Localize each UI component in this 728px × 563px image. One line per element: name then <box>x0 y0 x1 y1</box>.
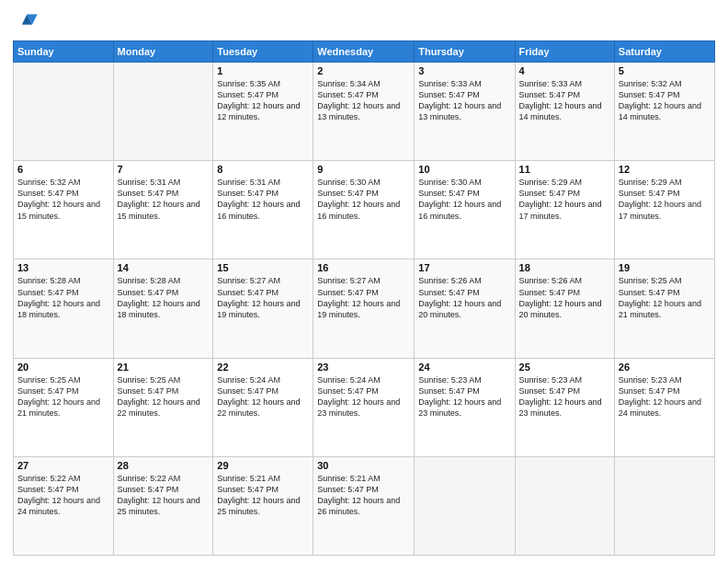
calendar-cell: 11Sunrise: 5:29 AMSunset: 5:47 PMDayligh… <box>515 161 614 259</box>
cell-day-number: 20 <box>17 362 109 373</box>
calendar-cell: 18Sunrise: 5:26 AMSunset: 5:47 PMDayligh… <box>515 259 614 358</box>
cell-day-number: 7 <box>118 164 210 175</box>
cell-info: Sunrise: 5:32 AMSunset: 5:47 PMDaylight:… <box>17 177 109 222</box>
calendar-cell: 30Sunrise: 5:21 AMSunset: 5:47 PMDayligh… <box>313 456 415 555</box>
cell-info: Sunrise: 5:21 AMSunset: 5:47 PMDaylight:… <box>217 473 309 518</box>
calendar-cell: 28Sunrise: 5:22 AMSunset: 5:47 PMDayligh… <box>113 456 213 555</box>
cell-day-number: 18 <box>519 262 610 273</box>
cell-info: Sunrise: 5:28 AMSunset: 5:47 PMDaylight:… <box>17 275 109 320</box>
page: SundayMondayTuesdayWednesdayThursdayFrid… <box>0 0 728 563</box>
cell-day-number: 1 <box>217 65 309 76</box>
cell-day-number: 29 <box>217 460 309 471</box>
weekday-wednesday: Wednesday <box>313 41 415 63</box>
calendar-table: SundayMondayTuesdayWednesdayThursdayFrid… <box>13 40 715 556</box>
cell-info: Sunrise: 5:33 AMSunset: 5:47 PMDaylight:… <box>519 78 610 123</box>
cell-day-number: 14 <box>118 262 210 273</box>
calendar-cell: 27Sunrise: 5:22 AMSunset: 5:47 PMDayligh… <box>14 456 114 555</box>
cell-day-number: 19 <box>619 262 711 273</box>
calendar-cell: 5Sunrise: 5:32 AMSunset: 5:47 PMDaylight… <box>614 63 714 161</box>
cell-day-number: 11 <box>519 164 610 175</box>
calendar-cell <box>515 456 614 555</box>
cell-day-number: 30 <box>317 460 410 471</box>
cell-info: Sunrise: 5:25 AMSunset: 5:47 PMDaylight:… <box>619 275 711 320</box>
calendar-cell: 12Sunrise: 5:29 AMSunset: 5:47 PMDayligh… <box>614 161 714 259</box>
cell-info: Sunrise: 5:27 AMSunset: 5:47 PMDaylight:… <box>317 275 410 320</box>
calendar-cell: 4Sunrise: 5:33 AMSunset: 5:47 PMDaylight… <box>515 63 614 161</box>
cell-day-number: 12 <box>619 164 711 175</box>
calendar-cell: 9Sunrise: 5:30 AMSunset: 5:47 PMDaylight… <box>313 161 415 259</box>
cell-day-number: 22 <box>217 362 309 373</box>
calendar-cell: 6Sunrise: 5:32 AMSunset: 5:47 PMDaylight… <box>14 161 114 259</box>
cell-info: Sunrise: 5:29 AMSunset: 5:47 PMDaylight:… <box>619 177 711 222</box>
cell-day-number: 13 <box>17 262 109 273</box>
weekday-tuesday: Tuesday <box>213 41 313 63</box>
cell-info: Sunrise: 5:30 AMSunset: 5:47 PMDaylight:… <box>317 177 410 222</box>
calendar-cell: 8Sunrise: 5:31 AMSunset: 5:47 PMDaylight… <box>213 161 313 259</box>
header <box>13 9 715 35</box>
cell-day-number: 26 <box>619 362 711 373</box>
week-row-4: 20Sunrise: 5:25 AMSunset: 5:47 PMDayligh… <box>14 358 715 456</box>
calendar-cell: 15Sunrise: 5:27 AMSunset: 5:47 PMDayligh… <box>213 259 313 358</box>
cell-info: Sunrise: 5:31 AMSunset: 5:47 PMDaylight:… <box>217 177 309 222</box>
cell-info: Sunrise: 5:28 AMSunset: 5:47 PMDaylight:… <box>118 275 210 320</box>
week-row-3: 13Sunrise: 5:28 AMSunset: 5:47 PMDayligh… <box>14 259 715 358</box>
calendar-cell: 21Sunrise: 5:25 AMSunset: 5:47 PMDayligh… <box>113 358 213 456</box>
calendar-cell: 22Sunrise: 5:24 AMSunset: 5:47 PMDayligh… <box>213 358 313 456</box>
calendar-cell <box>14 63 114 161</box>
calendar-cell: 26Sunrise: 5:23 AMSunset: 5:47 PMDayligh… <box>614 358 714 456</box>
week-row-1: 1Sunrise: 5:35 AMSunset: 5:47 PMDaylight… <box>14 63 715 161</box>
weekday-monday: Monday <box>113 41 213 63</box>
weekday-sunday: Sunday <box>14 41 114 63</box>
cell-day-number: 9 <box>317 164 410 175</box>
cell-day-number: 8 <box>217 164 309 175</box>
calendar-cell: 20Sunrise: 5:25 AMSunset: 5:47 PMDayligh… <box>14 358 114 456</box>
calendar-cell: 29Sunrise: 5:21 AMSunset: 5:47 PMDayligh… <box>213 456 313 555</box>
cell-info: Sunrise: 5:25 AMSunset: 5:47 PMDaylight:… <box>118 374 210 419</box>
cell-info: Sunrise: 5:21 AMSunset: 5:47 PMDaylight:… <box>317 473 410 518</box>
cell-day-number: 28 <box>118 460 210 471</box>
cell-info: Sunrise: 5:34 AMSunset: 5:47 PMDaylight:… <box>317 78 410 123</box>
cell-day-number: 21 <box>118 362 210 373</box>
calendar-cell: 23Sunrise: 5:24 AMSunset: 5:47 PMDayligh… <box>313 358 415 456</box>
calendar-cell: 10Sunrise: 5:30 AMSunset: 5:47 PMDayligh… <box>415 161 515 259</box>
calendar-cell <box>113 63 213 161</box>
cell-info: Sunrise: 5:25 AMSunset: 5:47 PMDaylight:… <box>17 374 109 419</box>
cell-info: Sunrise: 5:22 AMSunset: 5:47 PMDaylight:… <box>17 473 109 518</box>
cell-day-number: 23 <box>317 362 410 373</box>
cell-info: Sunrise: 5:30 AMSunset: 5:47 PMDaylight:… <box>418 177 510 222</box>
cell-day-number: 24 <box>418 362 510 373</box>
cell-day-number: 2 <box>317 65 410 76</box>
cell-info: Sunrise: 5:24 AMSunset: 5:47 PMDaylight:… <box>317 374 410 419</box>
cell-day-number: 27 <box>17 460 109 471</box>
cell-info: Sunrise: 5:22 AMSunset: 5:47 PMDaylight:… <box>118 473 210 518</box>
cell-day-number: 5 <box>619 65 711 76</box>
calendar-cell: 16Sunrise: 5:27 AMSunset: 5:47 PMDayligh… <box>313 259 415 358</box>
cell-day-number: 15 <box>217 262 309 273</box>
calendar-cell: 14Sunrise: 5:28 AMSunset: 5:47 PMDayligh… <box>113 259 213 358</box>
week-row-2: 6Sunrise: 5:32 AMSunset: 5:47 PMDaylight… <box>14 161 715 259</box>
cell-day-number: 4 <box>519 65 610 76</box>
calendar-cell: 2Sunrise: 5:34 AMSunset: 5:47 PMDaylight… <box>313 63 415 161</box>
cell-info: Sunrise: 5:29 AMSunset: 5:47 PMDaylight:… <box>519 177 610 222</box>
cell-info: Sunrise: 5:23 AMSunset: 5:47 PMDaylight:… <box>418 374 510 419</box>
cell-info: Sunrise: 5:33 AMSunset: 5:47 PMDaylight:… <box>418 78 510 123</box>
cell-day-number: 10 <box>418 164 510 175</box>
cell-day-number: 16 <box>317 262 410 273</box>
calendar-cell: 17Sunrise: 5:26 AMSunset: 5:47 PMDayligh… <box>415 259 515 358</box>
calendar-cell: 7Sunrise: 5:31 AMSunset: 5:47 PMDaylight… <box>113 161 213 259</box>
cell-day-number: 6 <box>17 164 109 175</box>
calendar-cell: 13Sunrise: 5:28 AMSunset: 5:47 PMDayligh… <box>14 259 114 358</box>
cell-info: Sunrise: 5:27 AMSunset: 5:47 PMDaylight:… <box>217 275 309 320</box>
calendar-cell: 19Sunrise: 5:25 AMSunset: 5:47 PMDayligh… <box>614 259 714 358</box>
calendar-cell: 1Sunrise: 5:35 AMSunset: 5:47 PMDaylight… <box>213 63 313 161</box>
cell-day-number: 3 <box>418 65 510 76</box>
calendar-cell: 24Sunrise: 5:23 AMSunset: 5:47 PMDayligh… <box>415 358 515 456</box>
cell-day-number: 17 <box>418 262 510 273</box>
cell-info: Sunrise: 5:31 AMSunset: 5:47 PMDaylight:… <box>118 177 210 222</box>
weekday-header-row: SundayMondayTuesdayWednesdayThursdayFrid… <box>14 41 715 63</box>
calendar-cell <box>415 456 515 555</box>
cell-info: Sunrise: 5:23 AMSunset: 5:47 PMDaylight:… <box>519 374 610 419</box>
calendar-cell: 3Sunrise: 5:33 AMSunset: 5:47 PMDaylight… <box>415 63 515 161</box>
weekday-friday: Friday <box>515 41 614 63</box>
week-row-5: 27Sunrise: 5:22 AMSunset: 5:47 PMDayligh… <box>14 456 715 555</box>
